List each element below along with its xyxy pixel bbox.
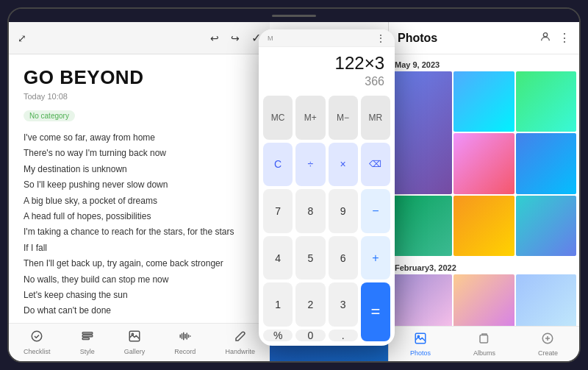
checklist-label: Checklist (24, 348, 51, 355)
calc-btn-3[interactable]: 3 (329, 282, 358, 327)
calc-btn-percent[interactable]: % (263, 330, 293, 341)
calc-btn-dot[interactable]: . (329, 330, 358, 341)
photo-thumb-9[interactable] (392, 274, 452, 326)
photo-thumb-5[interactable] (516, 133, 576, 193)
notes-toolbar: ⤢ ↩ ↪ ✓ (9, 22, 270, 54)
calc-btn-mc[interactable]: MC (263, 96, 293, 140)
calc-btn-divide[interactable]: ÷ (295, 143, 325, 187)
handwrite-label: Handwrite (225, 348, 255, 355)
photos-date-1: May 9, 2023 (392, 57, 576, 71)
svg-point-5 (132, 333, 133, 335)
gallery-label: Gallery (124, 348, 146, 355)
calc-btn-6[interactable]: 6 (329, 236, 358, 280)
photos-tab-create[interactable]: Create (538, 332, 558, 357)
svg-point-0 (32, 331, 43, 341)
photos-person-icon[interactable] (539, 31, 551, 46)
photos-photos-icon (414, 332, 427, 348)
notes-line-10: Let's keep chasing the sun (24, 288, 255, 302)
photo-thumb-2[interactable] (453, 71, 514, 132)
photo-thumb-4[interactable] (453, 133, 514, 193)
calc-btn-mminus[interactable]: M− (329, 96, 358, 140)
notes-line-4: A big blue sky, a pocket of dreams (24, 193, 255, 208)
notes-bottom-handwrite[interactable]: Handwrite (225, 330, 255, 355)
notes-line-1: There's no way I'm turning back now (24, 146, 255, 160)
photos-header: Photos ⋮ (389, 22, 579, 54)
calc-btn-4[interactable]: 4 (263, 236, 293, 280)
notes-bottom-style[interactable]: Style (80, 330, 95, 355)
calc-btn-7[interactable]: 7 (263, 189, 293, 233)
notes-app: ⤢ ↩ ↪ ✓ GO BEYOND Today 10:08 No categor… (9, 22, 270, 361)
photo-thumb-3[interactable] (516, 71, 576, 132)
photos-albums-icon (478, 332, 491, 348)
photo-thumb-10[interactable] (453, 274, 514, 326)
calc-header: M ⋮ (259, 29, 395, 47)
calc-btn-mplus[interactable]: M+ (295, 96, 325, 140)
calc-btn-backspace[interactable]: ⌫ (361, 143, 390, 187)
calc-btn-clear[interactable]: C (263, 143, 293, 187)
compress-icon[interactable]: ⤢ (18, 32, 26, 44)
notes-bottom-bar: Checklist Style Gallery (9, 323, 270, 361)
photo-thumb-7[interactable] (453, 196, 514, 256)
calc-btn-5[interactable]: 5 (295, 236, 325, 280)
status-bar-indicator (272, 15, 316, 17)
svg-point-6 (543, 32, 547, 36)
notes-bottom-checklist[interactable]: Checklist (24, 330, 51, 355)
undo-icon[interactable]: ↩ (210, 32, 219, 44)
photos-grid-1 (392, 71, 576, 256)
calc-btn-equals-top[interactable]: = (361, 282, 390, 341)
notes-title: GO BEYOND (24, 66, 255, 89)
photo-thumb-1[interactable] (392, 71, 452, 194)
notes-bottom-record[interactable]: Record (174, 330, 196, 355)
notes-line-8: Then I'll get back up, try again, come b… (24, 256, 255, 271)
tablet-screen: ⤢ ↩ ↪ ✓ GO BEYOND Today 10:08 No categor… (9, 9, 579, 361)
svg-rect-3 (82, 338, 89, 339)
redo-icon[interactable]: ↪ (231, 32, 240, 44)
notes-line-0: I've come so far, away from home (24, 130, 255, 145)
photos-create-icon (541, 332, 554, 348)
photos-tab-albums[interactable]: Albums (473, 332, 495, 357)
svg-point-8 (417, 335, 419, 337)
calc-btn-8[interactable]: 8 (295, 189, 325, 233)
photos-tab-photos[interactable]: Photos (410, 332, 431, 357)
photos-bottom-bar: Photos Albums Create (389, 326, 579, 361)
notes-line-7: If I fall (24, 241, 255, 255)
photo-thumb-11[interactable] (516, 274, 576, 326)
notes-line-3: So I'll keep pushing never slow down (24, 177, 255, 192)
calc-result: 366 (269, 75, 384, 88)
photos-header-icons: ⋮ (539, 31, 570, 46)
notes-bottom-gallery[interactable]: Gallery (124, 330, 146, 355)
calc-btn-mr[interactable]: MR (361, 96, 390, 140)
main-area: ⤢ ↩ ↪ ✓ GO BEYOND Today 10:08 No categor… (9, 22, 579, 361)
calc-btn-subtract[interactable]: − (361, 189, 390, 233)
status-bar (9, 9, 579, 22)
calc-expression: 122×3 (269, 53, 384, 74)
svg-rect-1 (82, 332, 93, 334)
photos-title: Photos (398, 32, 437, 45)
photos-tab-photos-label: Photos (410, 349, 431, 357)
notes-line-9: No walls, they build can stop me now (24, 272, 255, 287)
notes-body: I've come so far, away from homeThere's … (24, 130, 255, 323)
photos-menu-icon[interactable]: ⋮ (559, 31, 570, 45)
calc-btn-2[interactable]: 2 (295, 282, 325, 327)
calc-btn-0[interactable]: 0 (295, 330, 325, 341)
checklist-icon (30, 330, 43, 346)
notes-content: GO BEYOND Today 10:08 No category I've c… (9, 54, 270, 323)
svg-rect-2 (82, 335, 93, 337)
calc-btn-multiply[interactable]: × (329, 143, 358, 187)
notes-date: Today 10:08 (24, 92, 255, 101)
calc-btn-1[interactable]: 1 (263, 282, 293, 327)
photos-grid-2 (392, 274, 576, 326)
photos-date-2: February3, 2022 (392, 260, 576, 274)
calc-memory-label: M (268, 35, 273, 42)
photo-thumb-8[interactable] (516, 196, 576, 256)
photos-tab-create-label: Create (538, 349, 558, 357)
photo-thumb-6[interactable] (392, 196, 452, 256)
tablet-frame: ⤢ ↩ ↪ ✓ GO BEYOND Today 10:08 No categor… (7, 7, 581, 363)
record-icon (179, 330, 192, 346)
calc-btn-add[interactable]: + (361, 236, 390, 280)
notes-category-badge[interactable]: No category (24, 110, 75, 121)
calc-menu-icon[interactable]: ⋮ (376, 32, 386, 44)
gallery-icon (128, 330, 141, 346)
calc-btn-9[interactable]: 9 (329, 189, 358, 233)
calc-display: 122×3 366 (259, 47, 395, 91)
